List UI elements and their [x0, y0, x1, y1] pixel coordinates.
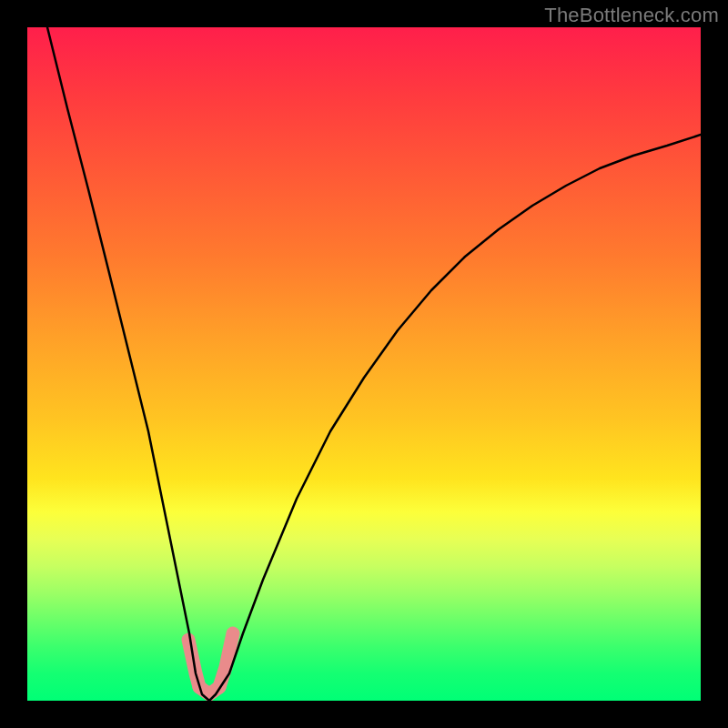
- chart-frame: TheBottleneck.com: [0, 0, 728, 728]
- plot-area: [27, 27, 701, 701]
- curve-svg: [27, 27, 701, 701]
- bottleneck-curve: [47, 27, 701, 701]
- watermark-label: TheBottleneck.com: [544, 4, 719, 27]
